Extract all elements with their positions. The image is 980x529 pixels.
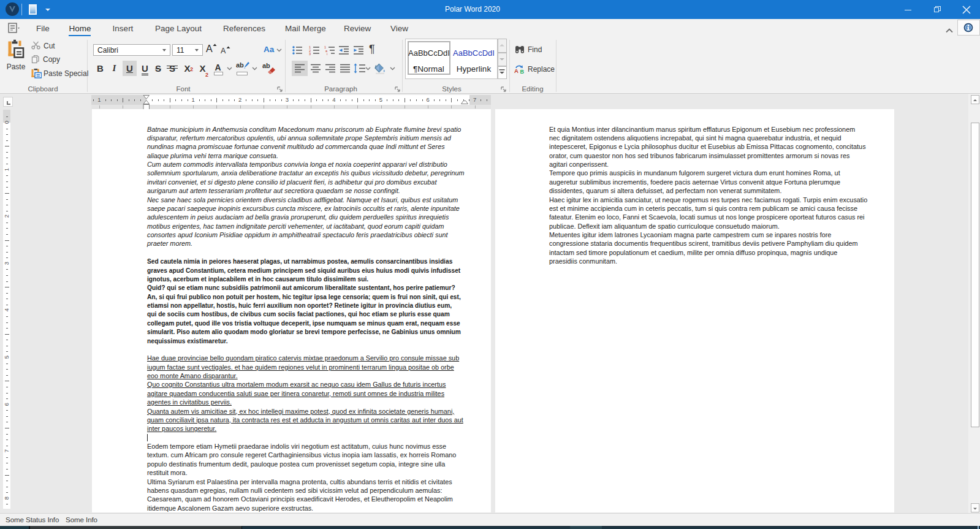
svg-text:B: B: [520, 69, 525, 74]
svg-text:3: 3: [309, 52, 311, 55]
svg-text:i: i: [327, 52, 327, 55]
svg-text:A: A: [514, 67, 518, 74]
